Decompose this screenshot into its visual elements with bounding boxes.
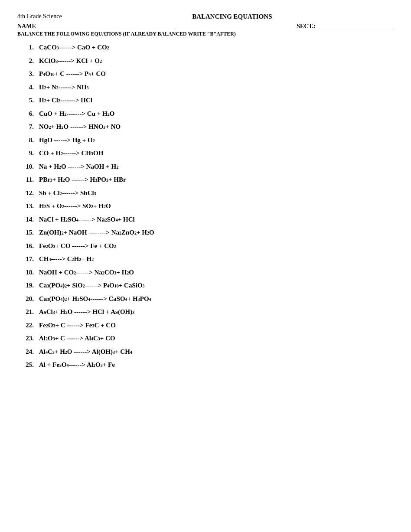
equation-content: Fe2O3 + C ------> Fe3C + CO [39, 320, 116, 330]
equation-row: 1.CaCO3 ------> CaO + CO2 [17, 42, 394, 52]
equation-number: 24. [17, 347, 39, 357]
equation-row: 10.Na + H2O ------> NaOH + H2 [17, 162, 394, 172]
equation-content: Al + Fe3O4 ------> Al2O3 + Fe [39, 360, 115, 370]
equation-content: Ca3(PO4)2 + H2SO4 ------> CaSO4 + H3PO4 [39, 294, 151, 304]
equation-row: 17.CH4 -----> C2H2 + H2 [17, 254, 394, 264]
sect-underline [316, 28, 394, 28]
equation-content: NaOH + CO2 ------> Na2CO3 + H2O [39, 268, 134, 277]
equation-row: 13.H2S + O2 ------> SO2 + H2O [17, 201, 394, 211]
equation-row: 25.Al + Fe3O4 ------> Al2O3 + Fe [17, 360, 394, 370]
equation-number: 25. [17, 360, 39, 370]
equation-number: 7. [17, 122, 39, 132]
equation-number: 22. [17, 320, 39, 330]
equation-content: CaCO3 ------> CaO + CO2 [39, 42, 109, 52]
equation-row: 23.Al2O3 + C ------> Al4C3 + CO [17, 333, 394, 343]
equation-number: 17. [17, 254, 39, 264]
equation-row: 15.Zn(OH)2 + NaOH --------> Na2ZnO2 + H2… [17, 228, 394, 238]
page-title: BALANCING EQUATIONS [71, 13, 394, 20]
equation-content: NaCl + H2SO4 ------> Na2SO4 + HCl [39, 215, 135, 225]
equation-row: 18.NaOH + CO2 ------> Na2CO3 + H2O [17, 268, 394, 277]
equation-content: CuO + H2 -------> Cu + H2O [39, 109, 114, 119]
equation-content: Zn(OH)2 + NaOH --------> Na2ZnO2 + H2O [39, 228, 154, 238]
equation-number: 11. [17, 175, 39, 185]
equation-row: 16.Fe2O3 + CO ------> Fe + CO2 [17, 241, 394, 251]
equation-content: Al2O3 + C ------> Al4C3 + CO [39, 333, 115, 343]
equation-content: Ca3(PO4)2 + SiO2 ------> P4O10 + CaSiO3 [39, 281, 145, 290]
equation-content: CH4 -----> C2H2 + H2 [39, 254, 94, 264]
name-section: NAME [17, 23, 175, 30]
equation-content: Al4C3 + H2O ------> Al(OH)3 + CH4 [39, 347, 132, 357]
equation-number: 20. [17, 294, 39, 304]
equation-content: PBr3 + H2O ------> H3PO3 + HBr [39, 175, 126, 185]
equation-row: 24.Al4C3 + H2O ------> Al(OH)3 + CH4 [17, 347, 394, 357]
equation-content: Na + H2O ------> NaOH + H2 [39, 162, 118, 172]
equation-row: 4.H2 + N2 ------> NH3 [17, 82, 394, 92]
instructions-text: BALANCE THE FOLLOWING EQUATIONS (IF ALRE… [17, 31, 394, 37]
equation-row: 12.Sb + Cl2 ------> SbCl3 [17, 188, 394, 198]
sect-section: SECT.: [297, 23, 394, 30]
equation-number: 5. [17, 95, 39, 105]
equation-row: 14.NaCl + H2SO4 ------> Na2SO4 + HCl [17, 215, 394, 225]
subject-label: 8th Grade Science [17, 13, 62, 20]
equation-content: H2 + Cl2 -------> HCl [39, 95, 92, 105]
name-sect-line: NAME SECT.: [17, 23, 394, 30]
equation-row: 8.HgO ------> Hg + O2 [17, 135, 394, 145]
equation-number: 13. [17, 201, 39, 211]
equation-row: 19.Ca3(PO4)2 + SiO2 ------> P4O10 + CaSi… [17, 281, 394, 290]
equations-container: 1.CaCO3 ------> CaO + CO22.KClO3 ------>… [17, 42, 394, 370]
name-label: NAME [17, 23, 36, 30]
equation-number: 21. [17, 307, 39, 317]
equation-content: Sb + Cl2 ------> SbCl3 [39, 188, 96, 198]
equation-content: NO2 + H2O ------> HNO3 + NO [39, 122, 121, 132]
equation-row: 7.NO2 + H2O ------> HNO3 + NO [17, 122, 394, 132]
equation-row: 9.CO + H2 ------> CH3OH [17, 148, 394, 158]
equation-number: 2. [17, 56, 39, 66]
equation-row: 6.CuO + H2 -------> Cu + H2O [17, 109, 394, 119]
equation-number: 14. [17, 215, 39, 225]
equation-row: 2.KClO3 ------> KCl + O2 [17, 56, 394, 66]
equation-row: 21.AsCl3 + H2O ------> HCl + As(OH)3 [17, 307, 394, 317]
equation-number: 12. [17, 188, 39, 198]
equation-content: Fe2O3 + CO ------> Fe + CO2 [39, 241, 116, 251]
equation-number: 23. [17, 333, 39, 343]
equation-content: KClO3 ------> KCl + O2 [39, 56, 102, 66]
equation-number: 3. [17, 69, 39, 79]
equation-row: 11.PBr3 + H2O ------> H3PO3 + HBr [17, 175, 394, 185]
page-header: 8th Grade Science BALANCING EQUATIONS [17, 13, 394, 20]
equation-number: 19. [17, 281, 39, 290]
equation-number: 1. [17, 42, 39, 52]
equation-number: 8. [17, 135, 39, 145]
name-underline [36, 28, 175, 28]
equation-content: HgO ------> Hg + O2 [39, 135, 95, 145]
equation-content: CO + H2 ------> CH3OH [39, 148, 103, 158]
equation-row: 5.H2 + Cl2 -------> HCl [17, 95, 394, 105]
sect-label: SECT.: [297, 23, 316, 30]
equation-row: 3.P4O10 + C ------> P4 + CO [17, 69, 394, 79]
equation-number: 9. [17, 148, 39, 158]
equation-content: AsCl3 + H2O ------> HCl + As(OH)3 [39, 307, 134, 317]
equation-content: H2S + O2 ------> SO2 + H2O [39, 201, 111, 211]
equation-number: 18. [17, 268, 39, 277]
equation-row: 22.Fe2O3 + C ------> Fe3C + CO [17, 320, 394, 330]
equation-number: 15. [17, 228, 39, 238]
equation-number: 6. [17, 109, 39, 119]
equation-number: 10. [17, 162, 39, 172]
equation-number: 4. [17, 82, 39, 92]
equation-number: 16. [17, 241, 39, 251]
equation-content: H2 + N2 ------> NH3 [39, 82, 89, 92]
equation-row: 20.Ca3(PO4)2 + H2SO4 ------> CaSO4 + H3P… [17, 294, 394, 304]
equation-content: P4O10 + C ------> P4 + CO [39, 69, 106, 79]
